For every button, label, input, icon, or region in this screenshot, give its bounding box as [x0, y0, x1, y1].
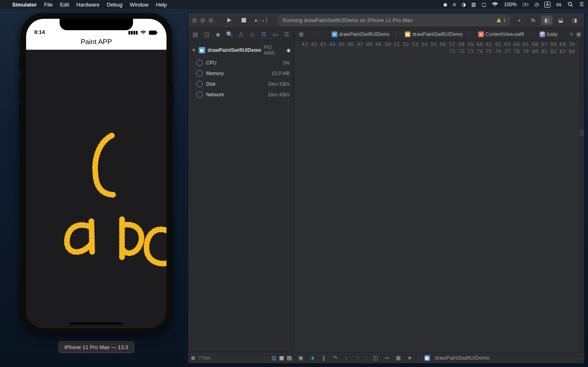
- scheme-selector[interactable]: ▸ : › ⟩: [253, 16, 270, 25]
- editor-lines-icon[interactable]: ≡: [570, 31, 573, 37]
- filter-scope1-icon[interactable]: ▥: [271, 355, 277, 361]
- spotlight-icon[interactable]: [567, 2, 574, 7]
- debug-target-label[interactable]: drawPaintSwiftUIDemo: [435, 355, 490, 361]
- editor-breadcrumb: ▦ 〈 〉 A drawPaintSwiftUIDemo 〉 ▣ drawPai…: [294, 28, 566, 40]
- sidecar-icon[interactable]: ▥: [471, 2, 476, 7]
- scheme-selector-right: › ⟩: [262, 17, 268, 23]
- menu-edit[interactable]: Edit: [60, 2, 69, 8]
- crumb-separator: 〉: [467, 31, 474, 38]
- environment-overrides-icon[interactable]: ▦: [395, 355, 402, 361]
- menu-help[interactable]: Help: [156, 2, 167, 8]
- side-button-volume-up: [19, 78, 20, 99]
- filter-scope2-icon[interactable]: ▦: [279, 355, 284, 361]
- menubar-user[interactable]: os: [556, 2, 561, 7]
- crumb-folder[interactable]: ▣ drawPaintSwiftUIDemo: [405, 31, 462, 37]
- step-into-icon[interactable]: ↓: [343, 355, 350, 361]
- disclosure-triangle-icon[interactable]: ▼: [191, 47, 196, 53]
- run-button[interactable]: [223, 16, 235, 25]
- toggle-inspector-button[interactable]: ◨: [569, 16, 580, 25]
- crumb-file[interactable]: S ContentView.swift: [478, 31, 524, 37]
- issue-navigator-icon[interactable]: ⚠: [236, 31, 246, 38]
- breakpoints-toggle-icon[interactable]: ⬗: [309, 355, 315, 361]
- swift-file-icon: S: [478, 31, 484, 37]
- gauge-label: Disk: [206, 81, 215, 87]
- clock-icon[interactable]: ◷: [535, 2, 539, 7]
- zoom-icon[interactable]: [209, 18, 213, 23]
- symbol-navigator-icon[interactable]: ◆: [213, 31, 223, 38]
- hide-debug-area-icon[interactable]: ▣: [297, 355, 304, 361]
- filter-icon[interactable]: ⊚: [191, 355, 196, 361]
- navigator-filter-input[interactable]: [198, 354, 269, 361]
- macos-menubar: Simulator File Edit Hardware Debug Windo…: [0, 0, 588, 9]
- input-source-icon[interactable]: A: [544, 2, 550, 8]
- gauge-cpu[interactable]: CPU 3%: [188, 58, 294, 68]
- test-navigator-icon[interactable]: ◇: [247, 31, 257, 38]
- paint-canvas[interactable]: [26, 50, 166, 328]
- find-navigator-icon[interactable]: 🔍: [225, 31, 235, 38]
- notification-center-icon[interactable]: ☰: [579, 2, 584, 7]
- gauge-memory[interactable]: Memory 15.9 MB: [188, 68, 294, 79]
- battery-icon[interactable]: [522, 2, 529, 7]
- updates-icon[interactable]: ◑: [462, 2, 466, 7]
- app-icon: ▦: [199, 47, 205, 53]
- process-row[interactable]: ▼ ▦ drawPaintSwiftUIDemo PID 4495 ◉: [188, 43, 294, 58]
- wifi-icon[interactable]: [492, 2, 498, 7]
- code-content[interactable]: @Binding var drawers: [Drawer] @Binding …: [579, 40, 584, 352]
- menu-file[interactable]: File: [44, 2, 53, 8]
- stop-button[interactable]: [238, 16, 249, 25]
- menu-debug[interactable]: Debug: [107, 2, 122, 8]
- view-debug-icon[interactable]: ◫: [372, 355, 379, 361]
- gauge-network[interactable]: Network Zero KB/s: [188, 89, 294, 100]
- toggle-navigator-button[interactable]: ◧: [541, 16, 552, 25]
- navigator-selector-bar: ▤ ◫ ◆ 🔍 ⚠ ◇ ☴ ▭ ☰: [188, 28, 294, 40]
- report-navigator-icon[interactable]: ☰: [282, 31, 291, 38]
- filter-scope3-icon[interactable]: ▤: [286, 355, 292, 361]
- add-tab-button[interactable]: ＋: [513, 16, 525, 25]
- target-icon: ▦: [424, 355, 430, 361]
- memory-graph-icon[interactable]: ∾: [384, 355, 390, 361]
- xcode-window: ▸ : › ⟩ Running drawPaintSwiftUIDemo on …: [188, 12, 585, 364]
- location-simulate-icon[interactable]: ➤: [406, 355, 413, 361]
- svg-rect-1: [528, 4, 528, 5]
- step-over-icon[interactable]: ↷: [332, 355, 338, 361]
- view-process-options-icon[interactable]: ◉: [286, 47, 291, 53]
- home-indicator[interactable]: [70, 323, 123, 325]
- history-back-icon[interactable]: 〈: [309, 31, 316, 38]
- menubar-app-name[interactable]: Simulator: [12, 2, 37, 8]
- source-control-navigator-icon[interactable]: ◫: [202, 31, 212, 38]
- airplay-icon[interactable]: ▢̱: [481, 2, 486, 7]
- crumb-scope-label: body: [547, 31, 557, 37]
- close-icon[interactable]: [192, 18, 197, 23]
- phone-screen[interactable]: 8:14 ▮▮▮▮ Paint APP: [26, 19, 166, 328]
- editor-layout-icon[interactable]: ▣: [576, 31, 581, 37]
- crumb-scope[interactable]: P body: [539, 31, 557, 37]
- gauge-disk[interactable]: Disk Zero KB/s: [188, 79, 294, 89]
- menu-window[interactable]: Window: [130, 2, 149, 8]
- menu-hardware[interactable]: Hardware: [76, 2, 99, 8]
- code-review-button[interactable]: ⇆: [527, 16, 539, 25]
- phone-wifi-icon: [140, 30, 146, 35]
- debug-navigator-icon[interactable]: ☴: [259, 31, 268, 38]
- history-forward-icon[interactable]: 〉: [320, 31, 328, 38]
- line-number-gutter[interactable]: 41 42 43 44 45 46 47 48 49 50 51 52 53 5…: [294, 40, 579, 352]
- phone-battery-icon: [149, 30, 158, 35]
- gauge-label: Network: [206, 92, 224, 98]
- toggle-debug-area-button[interactable]: ⬓: [555, 16, 566, 25]
- gauge-label: CPU: [206, 60, 216, 66]
- stop-record-icon[interactable]: ◉: [443, 2, 447, 7]
- simulator-device-label[interactable]: iPhone 11 Pro Max — 13.3: [58, 341, 134, 353]
- camera-icon[interactable]: ⎚: [453, 2, 456, 7]
- window-traffic-lights[interactable]: [192, 18, 220, 23]
- xcode-tabstrip: ▤ ◫ ◆ 🔍 ⚠ ◇ ☴ ▭ ☰ ▦ 〈 〉 A drawPaintSwift…: [188, 28, 584, 40]
- step-out-icon[interactable]: ↑: [355, 355, 361, 361]
- related-items-icon[interactable]: ▦: [297, 31, 305, 37]
- activity-status-bar[interactable]: Running drawPaintSwiftUIDemo on iPhone 1…: [278, 15, 510, 26]
- minimize-icon[interactable]: [200, 18, 205, 23]
- project-navigator-icon[interactable]: ▤: [191, 31, 200, 38]
- pause-continue-icon[interactable]: ‖: [320, 355, 327, 361]
- warnings-badge[interactable]: 1: [496, 18, 506, 23]
- svg-rect-6: [242, 18, 246, 22]
- project-icon: A: [332, 31, 337, 37]
- breakpoint-navigator-icon[interactable]: ▭: [270, 31, 280, 38]
- crumb-project[interactable]: A drawPaintSwiftUIDemo: [332, 31, 389, 37]
